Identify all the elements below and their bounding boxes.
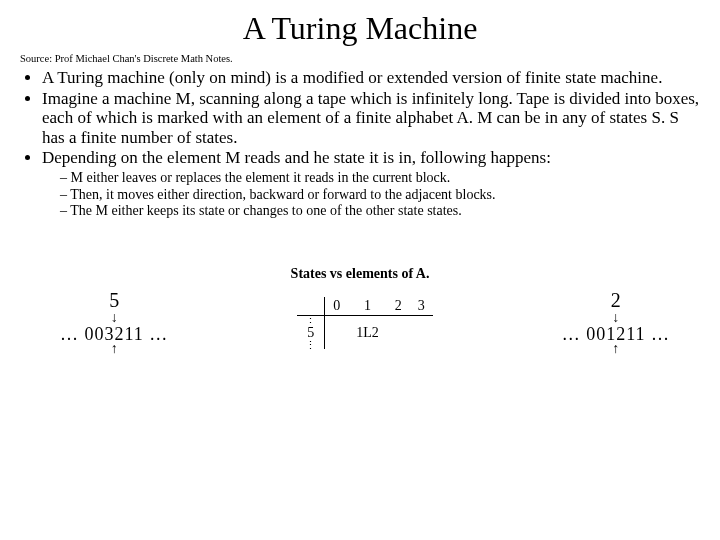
arrow-down-icon: ↓ (612, 312, 619, 323)
slide-title: A Turing Machine (20, 10, 700, 47)
col-2: 2 (387, 297, 410, 316)
bullet-3-text: Depending on the element M reads and he … (42, 148, 551, 167)
source-line: Source: Prof Michael Chan's Discrete Mat… (20, 53, 700, 64)
sub-bullet-2: Then, it moves either direction, backwar… (60, 187, 700, 204)
right-head-state: 2 (611, 290, 621, 310)
bullet-list: A Turing machine (only on mind) is a mod… (20, 68, 700, 220)
col-1: 1 (348, 297, 387, 316)
arrow-up-icon: ↑ (111, 343, 118, 354)
vdots-bottom: ⋮ (297, 342, 325, 350)
left-head-state: 5 (109, 290, 119, 310)
left-tape: 5 ↓ … 003211 … ↑ (60, 290, 168, 356)
right-tape: 2 ↓ … 001211 … ↑ (562, 290, 670, 356)
col-0: 0 (325, 297, 349, 316)
bullet-3: Depending on the element M reads and he … (42, 148, 700, 220)
diagram-caption: States vs elements of A. (20, 266, 700, 282)
transition-table: 0 1 2 3 ⋮ 5 1L2 ⋮ (297, 297, 433, 349)
bullet-1: A Turing machine (only on mind) is a mod… (42, 68, 700, 88)
arrow-down-icon: ↓ (111, 312, 118, 323)
sub-bullet-1: M either leaves or replaces the element … (60, 170, 700, 187)
bullet-2: Imagine a machine M, scanning along a ta… (42, 89, 700, 148)
sub-bullet-list: M either leaves or replaces the element … (42, 170, 700, 220)
cell-5-1: 1L2 (348, 324, 387, 342)
sub-bullet-3: The M either keeps its state or changes … (60, 203, 700, 220)
arrow-up-icon: ↑ (612, 343, 619, 354)
vdots-top: ⋮ (297, 316, 325, 324)
diagram-row: 5 ↓ … 003211 … ↑ 0 1 2 3 ⋮ 5 (20, 290, 700, 356)
col-3: 3 (410, 297, 433, 316)
